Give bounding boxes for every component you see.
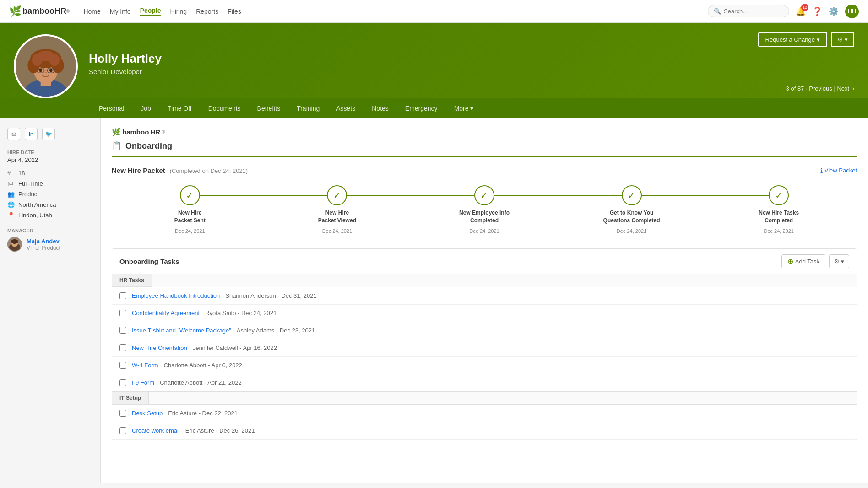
tab-training[interactable]: Training [288, 98, 328, 118]
department: Product [18, 191, 39, 198]
tab-benefits[interactable]: Benefits [249, 98, 289, 118]
packet-header: New Hire Packet (Completed on Dec 24, 20… [112, 166, 857, 174]
task-7-link[interactable]: Desk Setup [132, 410, 163, 417]
step-1-label: New HirePacket Sent [174, 209, 206, 225]
section-header: 📋 Onboarding [112, 141, 857, 157]
task-3-checkbox[interactable] [119, 327, 126, 334]
step-1-circle: ✓ [180, 185, 200, 205]
dropdown-arrow-icon: ▾ [817, 36, 820, 43]
next-link[interactable]: Next » [837, 85, 854, 92]
task-row-6: I-9 Form Charlotte Abbott - Apr 21, 2022 [112, 374, 857, 391]
profile-avatar-wrap [14, 34, 78, 98]
task-row-2: Confidentiality Agreement Ryota Saito - … [112, 305, 857, 322]
task-1-checkbox[interactable] [119, 292, 126, 299]
linkedin-icon[interactable]: in [25, 128, 38, 140]
task-2-checkbox[interactable] [119, 310, 126, 316]
tab-more[interactable]: More ▾ [446, 98, 482, 118]
user-avatar-nav[interactable]: HH [845, 5, 859, 18]
request-change-button[interactable]: Request a Change ▾ [758, 32, 827, 47]
nav-people[interactable]: People [140, 7, 161, 16]
tab-assets[interactable]: Assets [328, 98, 363, 118]
tasks-header: Onboarding Tasks ⊕ Add Task ⚙ ▾ [112, 249, 857, 274]
task-7-checkbox[interactable] [119, 410, 126, 417]
location: Lindon, Utah [18, 212, 52, 219]
profile-header: Holly Hartley Senior Developer Request a… [0, 23, 868, 98]
sidebar-item-dept: 👥 Product [7, 191, 93, 198]
manager-name[interactable]: Maja Andev [27, 238, 60, 245]
employment-type: Full-Time [18, 180, 43, 187]
task-8-checkbox[interactable] [119, 427, 126, 434]
plus-icon: ⊕ [787, 257, 793, 266]
tasks-gear-arrow: ▾ [841, 258, 844, 265]
request-change-label: Request a Change [765, 36, 815, 43]
svg-point-18 [11, 239, 18, 244]
hr-tasks-group-header: HR Tasks [112, 274, 857, 287]
employee-number: 18 [18, 170, 25, 177]
settings-button[interactable]: ⚙️ [829, 6, 839, 16]
task-3-link[interactable]: Issue T-shirt and "Welcome Package" [132, 327, 231, 334]
hr-tasks-label: HR Tasks [112, 274, 152, 287]
profile-actions: Request a Change ▾ ⚙ ▾ [758, 32, 854, 47]
search-icon: 🔍 [714, 8, 721, 15]
task-2-link[interactable]: Confidentiality Agreement [132, 310, 200, 316]
notifications-button[interactable]: 🔔 12 [796, 6, 806, 16]
task-8-link[interactable]: Create work email [132, 427, 180, 434]
tasks-title: Onboarding Tasks [119, 257, 179, 265]
email-icon[interactable]: ✉ [7, 128, 20, 140]
nav-hiring[interactable]: Hiring [170, 8, 187, 15]
step-4: ✓ Get to Know YouQuestions Completed Dec… [558, 185, 705, 234]
nav-home[interactable]: Home [83, 8, 100, 15]
task-row-8: Create work email Eric Asture - Dec 26, … [112, 422, 857, 440]
tasks-gear-button[interactable]: ⚙ ▾ [829, 254, 849, 268]
step-3-date: Dec 24, 2021 [469, 228, 499, 234]
task-4-link[interactable]: New Hire Orientation [132, 344, 187, 351]
nav-files[interactable]: Files [228, 8, 241, 15]
task-5-link[interactable]: W-4 Form [132, 362, 158, 369]
step-1-date: Dec 24, 2021 [175, 228, 205, 234]
step-2: ✓ New HirePacket Viewed Dec 24, 2021 [264, 185, 411, 234]
nav-reports[interactable]: Reports [196, 8, 218, 15]
tab-personal[interactable]: Personal [91, 98, 132, 118]
type-icon: 🏷 [7, 180, 15, 187]
tab-job[interactable]: Job [132, 98, 159, 118]
task-1-link[interactable]: Employee Handbook Introduction [132, 292, 220, 299]
nav-myinfo[interactable]: My Info [110, 8, 131, 15]
tab-documents[interactable]: Documents [200, 98, 249, 118]
tasks-gear-icon: ⚙ [834, 258, 840, 265]
view-packet-link[interactable]: ℹ View Packet [820, 167, 857, 174]
sidebar-item-region: 🌐 North America [7, 201, 93, 208]
manager-section: Manager Maja Andev VP of Product [7, 228, 93, 252]
tab-time-off[interactable]: Time Off [159, 98, 200, 118]
tab-notes[interactable]: Notes [363, 98, 397, 118]
profile-name: Holly Hartley [89, 52, 854, 66]
notif-badge: 12 [801, 4, 808, 11]
add-task-button[interactable]: ⊕ Add Task [781, 254, 825, 268]
task-row-5: W-4 Form Charlotte Abbott - Apr 6, 2022 [112, 357, 857, 374]
profile-photo [16, 36, 76, 97]
help-button[interactable]: ❓ [812, 6, 822, 16]
search-box[interactable]: 🔍 [708, 5, 789, 17]
svg-point-9 [37, 51, 54, 61]
packet-title: New Hire Packet [112, 166, 165, 174]
task-4-checkbox[interactable] [119, 344, 126, 351]
sidebar-item-type: 🏷 Full-Time [7, 180, 93, 187]
task-6-link[interactable]: I-9 Form [132, 379, 154, 386]
small-leaf-icon: 🌿 [112, 128, 121, 136]
step-4-date: Dec 24, 2021 [617, 228, 646, 234]
tab-emergency[interactable]: Emergency [397, 98, 446, 118]
task-5-meta: Charlotte Abbott - Apr 6, 2022 [164, 362, 242, 369]
step-5-circle: ✓ [769, 185, 789, 205]
previous-link[interactable]: Previous [809, 85, 832, 92]
top-nav: 🌿 bambooHR® Home My Info People Hiring R… [0, 0, 868, 23]
twitter-icon[interactable]: 🐦 [42, 128, 55, 140]
step-3: ✓ New Employee InfoCompleted Dec 24, 202… [411, 185, 558, 234]
onboarding-icon: 📋 [112, 141, 122, 151]
logo[interactable]: 🌿 bambooHR® [9, 5, 70, 17]
search-input[interactable] [724, 8, 783, 15]
task-6-checkbox[interactable] [119, 379, 126, 386]
task-5-checkbox[interactable] [119, 362, 126, 369]
profile-settings-button[interactable]: ⚙ ▾ [831, 32, 854, 47]
nav-links: Home My Info People Hiring Reports Files [83, 7, 708, 16]
nav-right: 🔍 🔔 12 ❓ ⚙️ HH [708, 5, 859, 18]
task-row-4: New Hire Orientation Jennifer Caldwell -… [112, 339, 857, 357]
